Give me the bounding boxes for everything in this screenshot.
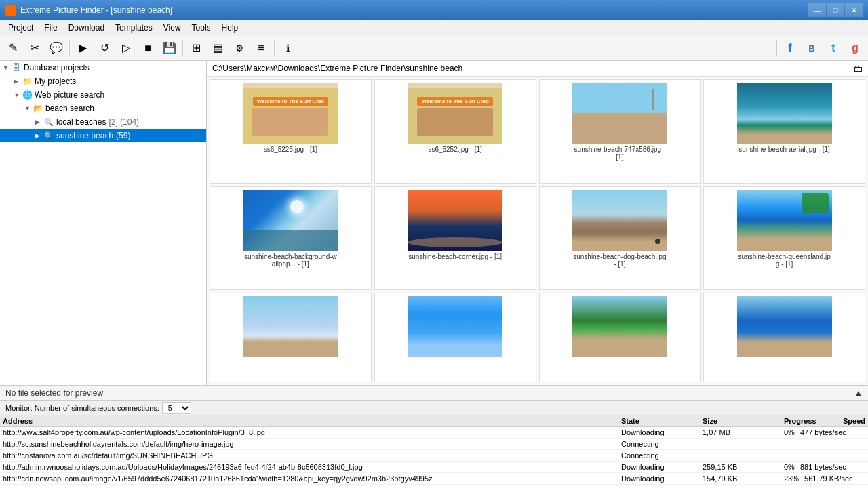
image-cell-7[interactable]: sunshine-beach-dog-beach.jpg - [1] [539,186,701,291]
facebook-button[interactable]: f [780,38,800,58]
dl-progress-3 [784,451,865,460]
table-button[interactable]: ▤ [208,38,228,58]
googleplus-button[interactable]: g [845,38,865,58]
image-label-8: sunshine-beach-queensland.jpg - [1] [737,253,832,268]
dl-size-3 [703,451,784,460]
search-icon: 🔍 [43,117,54,127]
info-button[interactable]: ℹ [277,38,298,58]
new-button[interactable]: ✎ [3,38,23,58]
image-cell-9[interactable] [210,293,372,382]
download-row-2[interactable]: http://sc.sunshinebeachholidayrentals.co… [0,439,868,450]
menu-help[interactable]: Help [216,20,244,35]
download-row-4[interactable]: http://admin.rwnoosaholidays.com.au/Uplo… [0,462,868,473]
filter-button[interactable]: ≡ [251,38,271,58]
play-button[interactable]: ▶ [73,38,93,58]
image-label-2: ss6_5252.jpg - [1] [428,146,482,153]
dl-address-3: http://costanova.com.au/sc/default/img/S… [3,451,621,460]
expand-arrow-web: ▼ [14,92,22,98]
dl-progress-2 [784,440,865,448]
image-thumb-9 [243,296,338,357]
title-bar: Extreme Picture Finder - [sunshine beach… [0,0,868,20]
toolbar-sep-4 [776,40,777,56]
image-label-4: sunshine-beach-aerial.jpg - [1] [738,146,830,153]
dl-address-4: http://admin.rwnoosaholidays.com.au/Uplo… [3,463,621,471]
sidebar-item-local-beaches[interactable]: ▶ 🔍 local beaches [2] (104) [0,115,206,129]
save-button[interactable]: 💾 [159,38,180,58]
image-cell-1[interactable]: Welcome to The Surf Club ss6_5225.jpg - … [210,79,372,184]
twitter-button[interactable]: t [823,38,844,58]
sunshine-beach-label: sunshine beach [56,131,113,140]
stop-button[interactable]: ■ [138,38,158,58]
web-picture-search-label: Web picture search [35,90,104,100]
connections-dropdown[interactable]: 5 3 10 [162,402,191,414]
toolbar: ✎ ✂ 💬 ▶ ↺ ▷ ■ 💾 ⊞ ▤ ⚙ ≡ ℹ f в t g [0,35,868,61]
vk-button[interactable]: в [802,38,822,58]
close-button[interactable]: ✕ [845,3,863,17]
preview-collapse-icon[interactable]: ▲ [854,388,863,398]
col-address: Address [3,417,621,425]
preview-bar: No file selected for preview ▲ [0,385,868,400]
image-cell-4[interactable]: sunshine-beach-aerial.jpg - [1] [703,79,865,184]
image-thumb-2: Welcome to The Surf Club [408,83,502,144]
sidebar-item-sunshine-beach[interactable]: ▶ 🔍 sunshine beach (59) [0,129,206,142]
dl-state-2: Connecting [621,440,703,448]
active-search-icon: 🔍 [43,130,54,141]
image-cell-8[interactable]: sunshine-beach-queensland.jpg - [1] [703,186,865,291]
image-cell-3[interactable]: sunshine-beach-747x586.jpg - [1] [539,79,701,184]
sidebar-item-database-projects[interactable]: ▼ 🗄 Database projects [0,61,206,75]
settings-button[interactable]: ⚙ [229,38,250,58]
image-cell-10[interactable] [374,293,536,382]
forward-button[interactable]: ▷ [116,38,136,58]
image-cell-6[interactable]: sunshine-beach-corner.jpg - [1] [374,186,536,291]
folder2-icon: 📂 [33,103,43,114]
menu-project[interactable]: Project [3,20,39,35]
folder-icon: 📁 [22,76,33,87]
menu-file[interactable]: File [39,20,62,35]
minimize-button[interactable]: — [808,3,826,17]
preview-text: No file selected for preview [5,388,103,398]
refresh-button[interactable]: ↺ [94,38,115,58]
dl-progress-4: 0%881 bytes/sec [784,463,865,471]
sidebar-item-beach-search[interactable]: ▼ 📂 beach search [0,102,206,115]
comment-button[interactable]: 💬 [46,38,66,58]
menu-tools[interactable]: Tools [186,20,216,35]
image-thumb-7 [572,190,667,251]
image-cell-11[interactable] [539,293,701,382]
download-row-3[interactable]: http://costanova.com.au/sc/default/img/S… [0,450,868,462]
menu-download[interactable]: Download [63,20,110,35]
image-cell-2[interactable]: Welcome to The Surf Club ss6_5252.jpg - … [374,79,536,184]
expand-arrow-beach: ▼ [24,105,33,112]
image-label-1: ss6_5225.jpg - [1] [264,146,318,153]
image-cell-12[interactable] [703,293,865,382]
expand-arrow-local: ▶ [35,119,43,125]
path-bar: C:\Users\Максим\Downloads\Extreme Pictur… [207,61,868,77]
expand-arrow-my: ▶ [14,78,22,85]
dl-size-2 [703,440,784,448]
local-beaches-count: [2] (104) [108,117,139,127]
image-thumb-1: Welcome to The Surf Club [243,83,338,144]
download-header: Address State Size ProgressSpeed [0,415,868,427]
path-icon: 🗀 [853,63,863,74]
image-thumb-10 [408,296,502,357]
dl-address-1: http://www.salt4property.com.au/wp-conte… [3,428,621,436]
window-title: Extreme Picture Finder - [sunshine beach… [20,5,808,15]
maximize-button[interactable]: □ [827,3,844,17]
dl-progress-5: 23%561,79 KB/sec [784,474,865,483]
download-row-1[interactable]: http://www.salt4property.com.au/wp-conte… [0,427,868,439]
sidebar-item-web-picture-search[interactable]: ▼ 🌐 Web picture search [0,88,206,102]
image-thumb-6 [408,190,502,251]
scissors-button[interactable]: ✂ [24,38,45,58]
dl-state-1: Downloading [621,428,703,436]
toolbar-sep-2 [182,40,183,56]
main-content: ▼ 🗄 Database projects ▶ 📁 My projects ▼ … [0,61,868,385]
menu-templates[interactable]: Templates [110,20,158,35]
sidebar-item-my-projects[interactable]: ▶ 📁 My projects [0,75,206,88]
menu-view[interactable]: View [158,20,186,35]
local-beaches-label: local beaches [56,117,106,127]
image-thumb-5 [243,190,338,251]
window-controls: — □ ✕ [808,3,863,17]
image-cell-5[interactable]: sunshine-beach-background-wallpap... - [… [210,186,372,291]
download-row-5[interactable]: http://cdn.newsapi.com.au/image/v1/6597d… [0,473,868,485]
grid-button[interactable]: ⊞ [186,38,206,58]
sidebar: ▼ 🗄 Database projects ▶ 📁 My projects ▼ … [0,61,207,385]
